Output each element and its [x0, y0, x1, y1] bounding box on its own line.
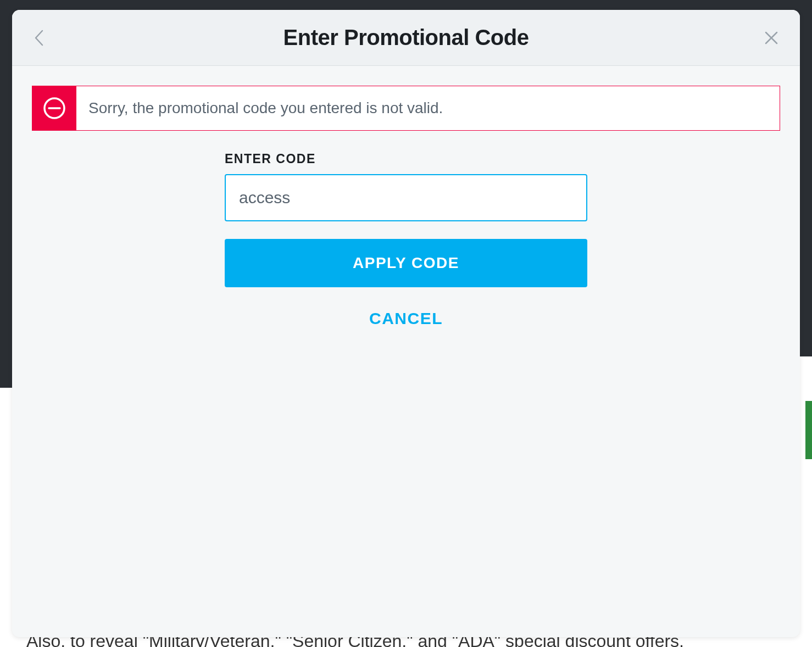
modal-header: Enter Promotional Code [12, 10, 800, 66]
cancel-button[interactable]: CANCEL [369, 309, 443, 328]
close-icon[interactable] [764, 30, 779, 46]
back-icon[interactable] [33, 29, 45, 47]
background-green-strip [805, 401, 812, 459]
apply-code-button[interactable]: APPLY CODE [225, 239, 587, 287]
form-section: ENTER CODE APPLY CODE CANCEL [225, 152, 587, 328]
error-icon [32, 86, 76, 130]
promo-code-modal: Enter Promotional Code Sorry, the promot… [12, 10, 800, 637]
code-input-label: ENTER CODE [225, 152, 587, 166]
modal-title: Enter Promotional Code [283, 25, 529, 50]
modal-body: Sorry, the promotional code you entered … [12, 66, 800, 637]
code-input[interactable] [225, 174, 587, 221]
error-message: Sorry, the promotional code you entered … [76, 86, 780, 130]
error-banner: Sorry, the promotional code you entered … [32, 86, 780, 131]
